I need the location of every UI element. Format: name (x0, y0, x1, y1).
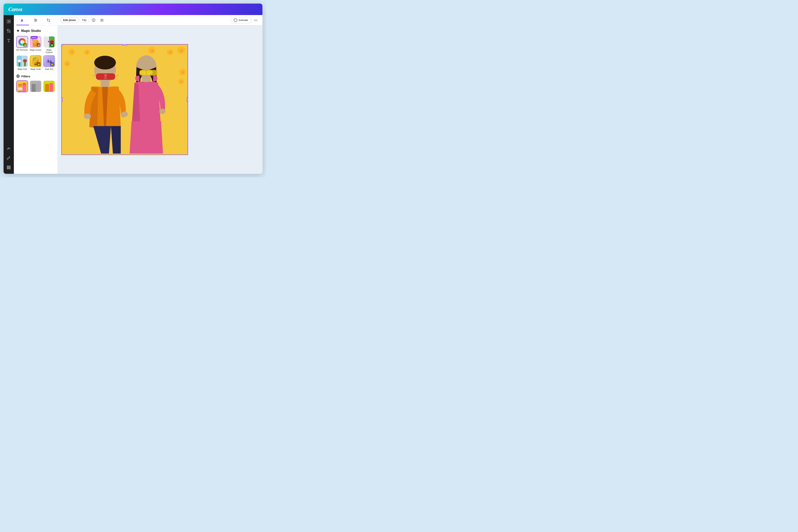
tool-grab-text[interactable]: Aa 👑 Grab Text (43, 55, 55, 71)
magic-grab-label: Magic Grab (31, 68, 41, 71)
svg-rect-9 (8, 167, 9, 168)
svg-rect-5 (7, 166, 8, 167)
crown-icon-grab-text: 👑 (50, 62, 54, 66)
svg-rect-0 (7, 20, 8, 23)
people-svg (62, 44, 188, 155)
filter-original[interactable] (16, 80, 28, 93)
edit-photo-label: Edit photo (63, 19, 76, 22)
flip-button[interactable]: Flip (80, 17, 89, 23)
filters-heading: Filters (16, 74, 55, 78)
handle-rm[interactable] (187, 97, 188, 102)
svg-rect-7 (10, 166, 11, 167)
sidebar-item-upload[interactable] (5, 145, 13, 152)
svg-rect-27 (101, 81, 110, 88)
svg-point-18 (22, 41, 22, 42)
filters-section: Filters (16, 74, 55, 93)
menu-button[interactable] (98, 17, 106, 24)
photo-scene: 🌼 🌼 🌼 🌼 🌼 🌼 🌼 🌼 (62, 44, 188, 155)
svg-rect-10 (10, 167, 11, 168)
filter-grayscale[interactable] (30, 80, 42, 93)
sidebar-item-text[interactable] (5, 36, 13, 44)
magic-studio-heading: ✦ Magic Studio (16, 28, 55, 33)
crown-icon-grab: 👑 (37, 62, 40, 66)
toolbar: Edit photo Flip (57, 15, 263, 25)
svg-point-17 (35, 21, 36, 21)
svg-rect-11 (7, 168, 8, 169)
tool-bg-remover[interactable]: 👑 BG Remover (16, 36, 28, 54)
svg-rect-1 (9, 20, 10, 21)
magic-expand-label: Magic Expand (43, 49, 55, 54)
svg-rect-32 (96, 74, 104, 80)
harry-badge: Harry (31, 36, 38, 39)
tool-magic-eraser[interactable]: Harry (30, 36, 42, 54)
svg-point-26 (94, 56, 116, 70)
animate-label: Animate (239, 19, 248, 22)
filter-grid (16, 80, 55, 93)
handle-tm[interactable] (122, 44, 127, 45)
svg-point-24 (257, 20, 257, 20)
svg-point-40 (140, 70, 146, 75)
tab-effects[interactable]: fx (16, 15, 29, 25)
canvas-frame[interactable]: 🌼 🌼 🌼 🌼 🌼 🌼 🌼 🌼 (61, 44, 188, 155)
svg-rect-6 (8, 166, 9, 167)
canva-logo: Canva (8, 6, 22, 13)
filter-warm[interactable] (43, 80, 55, 93)
more-options-button[interactable] (252, 17, 259, 24)
filter-original-card[interactable] (16, 80, 28, 92)
info-button[interactable] (90, 17, 97, 24)
grab-text-card[interactable]: Aa 👑 (43, 55, 55, 67)
svg-point-29 (84, 113, 91, 119)
svg-point-16 (36, 20, 37, 20)
svg-point-3 (7, 29, 8, 30)
magic-edit-card[interactable] (16, 55, 28, 67)
svg-rect-33 (107, 74, 115, 80)
app-window: Canva (3, 3, 263, 174)
globe-icon: ○ (234, 18, 237, 22)
svg-text:fx: fx (21, 19, 23, 22)
effects-panel: fx (14, 15, 57, 174)
canvas-viewport: 🌼 🌼 🌼 🌼 🌼 🌼 🌼 🌼 (57, 25, 263, 174)
sidebar-item-apps[interactable] (5, 164, 13, 171)
edit-photo-button[interactable]: Edit photo (60, 17, 78, 23)
tool-magic-grab[interactable]: 👑 Magic Grab (30, 55, 42, 71)
svg-point-23 (255, 20, 256, 20)
handle-lm[interactable] (62, 97, 62, 102)
svg-point-15 (35, 19, 35, 19)
magic-expand-card[interactable]: 👑 (43, 36, 55, 48)
sidebar-item-elements[interactable] (5, 27, 13, 35)
crown-icon-eraser: 👑 (37, 43, 40, 47)
sidebar-item-panels[interactable] (5, 17, 13, 25)
man-figure (84, 56, 128, 154)
grab-text-label: Grab Text (45, 68, 53, 71)
crown-icon: 👑 (23, 43, 27, 47)
sparkle-icon: ✦ (16, 28, 20, 33)
main-area: fx (3, 15, 263, 174)
tool-magic-edit[interactable]: Magic Edit (16, 55, 28, 71)
svg-point-21 (93, 19, 94, 20)
app-header: Canva (3, 3, 263, 15)
magic-grab-card[interactable]: 👑 (30, 55, 42, 67)
filter-grayscale-card[interactable] (30, 80, 42, 92)
tab-crop[interactable] (42, 15, 55, 25)
svg-rect-8 (7, 167, 8, 168)
magic-edit-label: Magic Edit (18, 68, 27, 71)
sidebar-dark (3, 15, 14, 174)
sidebar-item-draw[interactable] (5, 154, 13, 162)
animate-button[interactable]: ○ Animate (231, 17, 251, 23)
flip-label: Flip (82, 19, 86, 22)
filters-icon (16, 74, 20, 78)
tab-adjust[interactable] (29, 15, 42, 25)
panel-content: ✦ Magic Studio (14, 25, 57, 174)
svg-line-36 (115, 75, 119, 76)
svg-point-41 (147, 70, 153, 75)
canvas-area: Edit photo Flip (57, 15, 263, 174)
magic-eraser-label: Magic Eraser (30, 49, 42, 51)
magic-studio-label: Magic Studio (21, 29, 41, 33)
magic-eraser-card[interactable]: Harry (30, 36, 42, 48)
filters-label: Filters (21, 75, 30, 78)
magic-studio-grid: 👑 BG Remover Harry (16, 36, 55, 71)
bg-remover-label: BG Remover (16, 49, 28, 51)
bg-remover-card[interactable]: 👑 (16, 36, 28, 48)
tool-magic-expand[interactable]: 👑 Magic Expand (43, 36, 55, 54)
filter-warm-card[interactable] (43, 80, 55, 92)
